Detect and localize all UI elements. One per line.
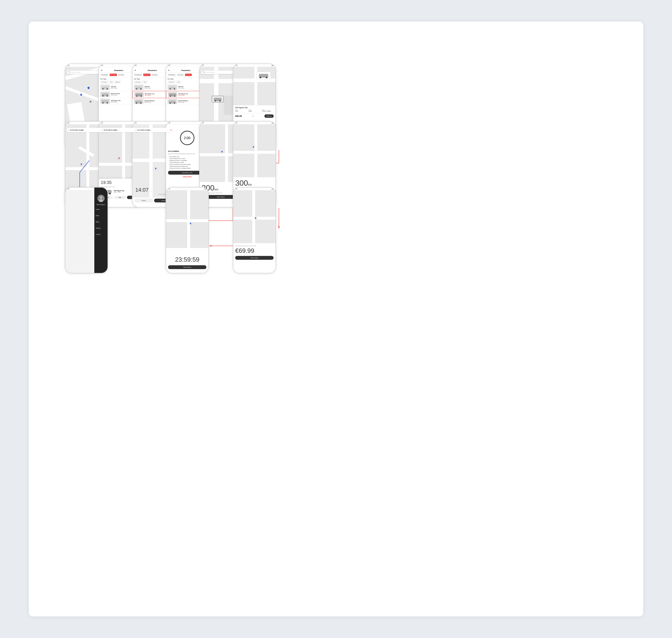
location-dot-025 xyxy=(221,150,223,153)
car-info-022: VW Tiguan City Silver · 2018 xyxy=(114,190,124,193)
nav-instruction-021: Go 20 meters straight xyxy=(70,129,102,131)
svg-rect-24 xyxy=(136,87,142,88)
car-sub-022: Silver · 2018 xyxy=(114,191,124,193)
location-dot-026 xyxy=(190,222,192,224)
start-engine-btn-026[interactable]: Start Engine xyxy=(168,265,207,269)
side-menu-layout-029: Mark Wagner Profile Rides Billing Settin… xyxy=(65,190,108,273)
tab-pm-017[interactable]: Per Minute xyxy=(134,74,142,76)
car-img-2-017 xyxy=(134,92,144,97)
search-icon-015: 🔍 xyxy=(68,71,70,73)
timer-info-026: 23:59:59 Start Engine xyxy=(166,248,208,273)
user-name-029: Mark Wagner xyxy=(97,204,105,205)
search-text-015: Search address xyxy=(71,71,81,73)
settings-menu-029[interactable]: Settings xyxy=(94,226,108,230)
road-025-v xyxy=(225,124,228,182)
road-028-v xyxy=(255,124,257,177)
svg-rect-36 xyxy=(169,87,175,88)
close-icon-017[interactable]: ✕ xyxy=(134,69,136,71)
btn-suv-016[interactable]: SUV xyxy=(109,81,114,83)
rides-menu-029[interactable]: Rides xyxy=(94,214,108,217)
close-icon-016[interactable]: ✕ xyxy=(101,69,102,71)
tab-per-minute-016[interactable]: Per Minute xyxy=(100,74,109,76)
range-screen-027: Remaining range (approx until the first)… xyxy=(233,190,276,273)
price-reserve-020: €60.99 /day Reserve xyxy=(235,113,274,118)
btn-fd-017[interactable]: Four-Door xyxy=(134,81,142,83)
car-img-020 xyxy=(256,72,271,80)
parameters-label-016: Parameters xyxy=(114,70,123,71)
start-engine-btn-027[interactable]: Start Engine xyxy=(235,256,274,260)
car-detail-info-020: VW Tiguan City Year 2018 Color Black Ext… xyxy=(233,105,276,119)
range-value-028: 300km xyxy=(235,179,274,187)
tab-ph-018[interactable]: Per Hour xyxy=(177,74,184,76)
range-screen-026: 23:59:59 Start Engine xyxy=(166,190,208,273)
reserve-btn-020[interactable]: Reserve xyxy=(264,114,274,118)
arrow-icon-021: ↑ xyxy=(68,129,69,131)
car-name-020: VW Tiguan City xyxy=(235,107,274,108)
road-026-v xyxy=(187,190,190,248)
tab-per-day-016[interactable]: Per Day xyxy=(118,74,125,76)
svg-rect-52 xyxy=(259,74,268,77)
btn-fd-018[interactable]: Four-Door xyxy=(167,81,176,83)
arrow-icon-023: ↑ xyxy=(135,129,136,131)
car-img-1-016 xyxy=(100,85,110,90)
status-bar-027: 9:41●●● xyxy=(233,188,276,190)
detail-row-020: Year 2018 Color Black Extra Phone Charge… xyxy=(235,109,274,112)
inspect-damage-btn-024[interactable]: Inspect Damage xyxy=(183,175,192,177)
tab-per-hour-016[interactable]: Per Hour xyxy=(110,74,117,76)
billing-menu-029[interactable]: Billing xyxy=(94,220,108,223)
map-pin-3 xyxy=(89,101,92,103)
btn-suv-017[interactable]: SUV xyxy=(143,81,147,83)
price-sub-027: Remaining range (approx until the first) xyxy=(235,245,274,247)
range-unit-028: km xyxy=(248,183,252,186)
btn-four-door-016[interactable]: Four-Door xyxy=(100,81,108,83)
svg-rect-16 xyxy=(102,93,109,96)
nav-instruction-022: Go 20 meters straight xyxy=(104,129,136,131)
phone-029-inner: 9:41●●● Mark Wagner Profile Rides Billin… xyxy=(65,188,108,273)
svg-rect-44 xyxy=(169,101,176,103)
phone-029: 9:41●●● Mark Wagner Profile Rides Billin… xyxy=(65,187,108,273)
tab-ph-017[interactable]: Per Hour xyxy=(143,74,150,76)
report-btn-023[interactable]: Report xyxy=(134,199,153,202)
car-img-3-016 xyxy=(100,99,110,104)
svg-rect-40 xyxy=(169,93,176,96)
svg-rect-28 xyxy=(135,93,143,96)
phone-027: 9:41●●● Remaining range (approx until th… xyxy=(233,187,276,273)
timer-026: 23:59:59 xyxy=(168,256,207,263)
tab-pm-018[interactable]: Per Minute xyxy=(167,74,176,76)
user-dot-023 xyxy=(154,167,157,170)
car-img-3-018 xyxy=(167,99,177,104)
car-img-3-017 xyxy=(134,99,144,104)
btn-minivan-016[interactable]: Minivan xyxy=(114,81,121,83)
side-panel-029: Mark Wagner Profile Rides Billing Settin… xyxy=(94,188,108,273)
profile-menu-029[interactable]: Profile xyxy=(94,208,108,211)
car-detail-map-020 xyxy=(233,67,276,105)
time-023: 14:07 xyxy=(135,187,149,193)
phone-027-inner: 9:41●●● Remaining range (approx until th… xyxy=(233,188,276,273)
selected-car-019[interactable] xyxy=(212,96,224,102)
range-unit-025: km xyxy=(214,188,218,191)
timer-circle-024: 2:00 xyxy=(180,131,194,145)
logout-menu-029[interactable]: Log Out xyxy=(94,233,108,236)
btn-suv-018[interactable]: SUV xyxy=(176,81,181,83)
date-btn-022[interactable]: Date xyxy=(114,196,126,199)
car-img-2-018 xyxy=(168,92,177,97)
svg-rect-20 xyxy=(101,100,109,102)
avatar-029 xyxy=(97,195,105,202)
detail-col-3-020: Extra Phone Charger xyxy=(262,109,274,112)
nav-en-023: En xyxy=(170,129,172,131)
svg-rect-48 xyxy=(214,98,222,101)
svg-point-64 xyxy=(100,196,102,199)
status-bar-020: 9:41●●● xyxy=(233,64,276,67)
map-bg-026 xyxy=(166,190,208,248)
status-bar-028: 9:41●●● xyxy=(233,122,276,124)
map-bg-028 xyxy=(233,124,276,177)
svg-rect-32 xyxy=(135,101,142,103)
location-dot-027 xyxy=(255,217,257,219)
main-card: 9:41 ●●● 🔍 Search address xyxy=(29,21,643,617)
close-icon-018[interactable]: ✕ xyxy=(168,69,170,71)
tab-pd-017[interactable]: Per Day xyxy=(151,74,158,76)
price-020: €60.99 xyxy=(235,115,242,117)
tab-pd-018[interactable]: Per Day xyxy=(185,74,192,76)
road-023-v xyxy=(149,124,153,207)
map-pin-2 xyxy=(80,93,83,96)
